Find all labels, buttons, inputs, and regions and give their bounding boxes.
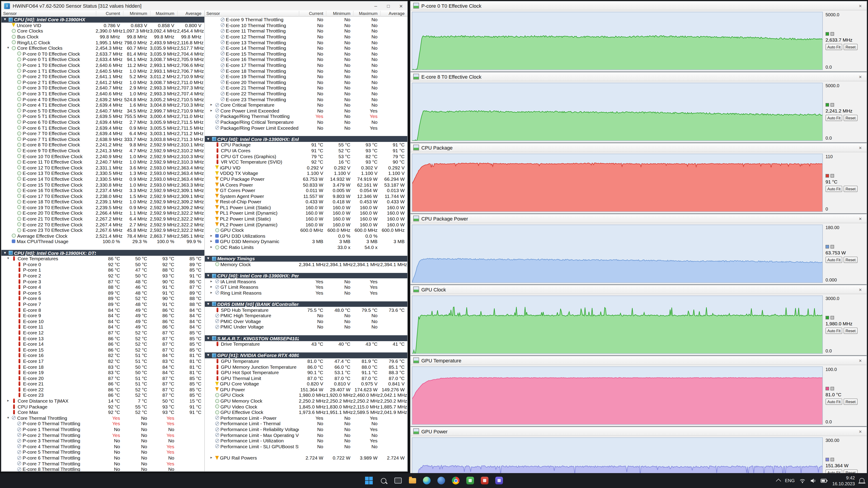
auto-fit-button[interactable]: Auto Fit (826, 43, 842, 50)
sensor-row[interactable]: E-core 21 T0 Effective Clock 2,267.2 MHz… (1, 216, 204, 222)
sensor-row[interactable]: E-core 8 84 °C 49 °C 86 °C 84 °C (1, 307, 204, 313)
expander-icon[interactable]: ▾ (206, 354, 211, 357)
sensor-row[interactable]: E-core 14 Thermal Throttling No No No (205, 45, 407, 51)
sensor-row[interactable]: Package/Ring Critical Temperature No No … (205, 119, 407, 125)
sensor-row[interactable]: E-core 21 Thermal Throttling No No No (205, 85, 407, 91)
sensor-row[interactable]: E-core 9 T0 Effective Clock 2,241.3 MHz … (1, 148, 204, 153)
sensor-row[interactable]: Performance Limit - SLI GPUBoost Sync No… (205, 444, 407, 449)
auto-fit-button[interactable]: Auto Fit (826, 186, 842, 192)
close-button[interactable] (395, 1, 407, 10)
sensor-row[interactable]: P-core 4 88 °C 46 °C 91 °C 87 °C (1, 284, 204, 290)
graph-panel-titlebar[interactable]: CPU Package (410, 143, 867, 152)
auto-fit-button[interactable]: Auto Fit (826, 115, 842, 121)
minimize-button[interactable] (369, 1, 382, 10)
sensor-row[interactable]: ▸ GT Limit Reasons Yes No Yes (205, 284, 407, 290)
sensor-row[interactable]: E-core 15 T0 Effective Clock 2,330.8 MHz… (1, 182, 204, 187)
sensor-row[interactable]: Average Effective Clock 2,521.4 MHz 78.4… (1, 233, 204, 238)
sensor-row[interactable]: PL2 Power Limit (Static) 160.0 W 160.0 W… (205, 216, 407, 222)
sensor-row[interactable]: Performance Limit - Max Operating Voltag… (205, 432, 407, 438)
sensor-row[interactable]: PMIC Over Voltage No No No (205, 318, 407, 324)
chrome-icon[interactable] (451, 475, 461, 486)
sensor-row[interactable]: System Agent Power 11.557 W 9.803 W 12.3… (205, 193, 407, 199)
sensor-row[interactable]: E-core 18 83 °C 50 °C 84 °C 81 °C (1, 364, 204, 369)
sensor-row[interactable]: ▾ Core Temperatures 86 °C 50 °C 93 °C 85… (1, 256, 204, 261)
close-icon[interactable] (857, 287, 864, 292)
sensor-row[interactable]: E-core 13 Thermal Throttling No No No (205, 39, 407, 45)
sensor-row[interactable]: GT Cores Power 0.011 W 0.005 W 0.054 W 0… (205, 188, 407, 193)
sensor-row[interactable]: GPU Thermal Limit 87.0 °C 87.0 °C 87.0 °… (205, 375, 407, 381)
sensor-row[interactable]: ▸ IA Limit Reasons Yes No Yes (205, 279, 407, 284)
sensor-row[interactable]: P-core 7 T1 Effective Clock 2,638.9 MHz … (1, 136, 204, 142)
sensor-row[interactable]: E-core 14 86 °C 52 °C 87 °C 85 °C (1, 341, 204, 347)
sensor-row[interactable]: E-core 9 84 °C 49 °C 86 °C 84 °C (1, 313, 204, 318)
sensor-row[interactable]: E-core 10 Thermal Throttling No No No (205, 22, 407, 28)
sensor-row[interactable]: Max CPU/Thread Usage 100.0 % 29.3 % 100.… (1, 238, 204, 244)
sensor-row[interactable] (1, 245, 204, 250)
expander-icon[interactable]: ▸ (209, 246, 214, 249)
sensor-row[interactable]: P-core 0 Thermal Throttling Yes No Yes (1, 421, 204, 426)
sensor-row[interactable]: Core Clocks 2,390.0 MHz 1,097.3 MHz 3,09… (1, 28, 204, 34)
graph-panel-titlebar[interactable]: GPU Clock (410, 285, 867, 294)
sensor-row[interactable]: ▾ CPU [#0]: Intel Core i9-13900HX: Perfo… (205, 273, 407, 278)
auto-fit-button[interactable]: Auto Fit (826, 469, 842, 473)
sensor-row[interactable]: E-core 8 Thermal Throttling No No No (1, 466, 204, 471)
sensor-row[interactable]: PMIC High Temperature No No No (205, 313, 407, 318)
edge-icon[interactable] (422, 475, 432, 486)
reset-button[interactable]: Reset (844, 115, 857, 121)
expander-icon[interactable]: ▸ (209, 109, 214, 112)
sensor-row[interactable]: ▸ OC Ratio Limits 33.0 x 54.0 x (205, 245, 407, 250)
close-icon[interactable] (857, 145, 864, 150)
sensor-row[interactable]: P-core 1 Thermal Throttling No No No (1, 427, 204, 432)
sensor-row[interactable]: GPU Video Clock 1,845.0 MHz 1,830.0 MHz … (205, 404, 407, 410)
sensor-row[interactable]: E-core 18 Thermal Throttling No No No (205, 68, 407, 74)
sensor-row[interactable]: PMIC Under Voltage No No No (205, 324, 407, 330)
taskbar-clock[interactable]: 9:42 16.10.2023 (832, 475, 855, 486)
sensor-row[interactable]: GPU Temperature 81.0 °C 47.4 °C 81.9 °C … (205, 358, 407, 364)
sensor-row[interactable]: P-core 2 T0 Effective Clock 2,641.1 MHz … (1, 74, 204, 79)
sensor-row[interactable]: P-core 5 89 °C 48 °C 91 °C 89 °C (1, 290, 204, 295)
sensor-row[interactable]: E-core 16 T0 Effective Clock 2,237.4 MHz… (1, 188, 204, 193)
sensor-row[interactable]: SPD Hub Temperature 75.5 °C 48.0 °C 79.5… (205, 307, 407, 313)
sensor-row[interactable]: P-core 5 Thermal Throttling No No Yes (1, 449, 204, 455)
graph-panel-titlebar[interactable]: CPU Package Power (410, 214, 867, 223)
expander-icon[interactable]: ▸ (209, 103, 214, 107)
auto-fit-button[interactable]: Auto Fit (826, 327, 842, 334)
sensor-row[interactable]: Package/Ring Power Limit Exceeded No No … (205, 125, 407, 131)
sensor-row[interactable]: ▸ Core Distance to TjMAX 14 °C 7 °C 50 °… (1, 398, 204, 404)
sensor-row[interactable] (205, 347, 407, 352)
volume-icon[interactable] (810, 478, 816, 483)
sensor-row[interactable]: E-core 13 T0 Effective Clock 2,330.5 MHz… (1, 170, 204, 176)
sensor-row[interactable] (205, 131, 407, 136)
sensor-row[interactable]: E-core 23 86 °C 52 °C 87 °C 85 °C (1, 392, 204, 398)
expander-icon[interactable]: ▾ (3, 18, 7, 22)
sensor-row[interactable]: E-core 11 Thermal Throttling No No No (205, 28, 407, 34)
expander-icon[interactable]: ▾ (6, 46, 10, 50)
sensor-row[interactable] (205, 330, 407, 335)
sensor-row[interactable]: Uncore VID 0.786 V 0.683 V 0.858 V 0.800… (1, 22, 204, 28)
sensor-row[interactable]: CPU GT Cores (Graphics) 79 °C 53 °C 82 °… (205, 153, 407, 159)
tray-overflow-chevron-icon[interactable] (776, 479, 781, 484)
sensor-row[interactable]: P-core 4 Thermal Throttling No No Yes (1, 444, 204, 449)
language-indicator[interactable]: ENG (785, 478, 795, 483)
sensor-row[interactable]: P-core 2 Thermal Throttling Yes No Yes (1, 432, 204, 438)
sensor-row[interactable]: PL2 Power Limit (Dynamic) 160.0 W 160.0 … (205, 222, 407, 227)
expander-icon[interactable]: ▾ (206, 257, 211, 260)
sensor-row[interactable]: E-core 23 T0 Effective Clock 2,267.6 MHz… (1, 227, 204, 233)
sensor-row[interactable]: P-core 6 T0 Effective Clock 2,639.4 MHz … (1, 119, 204, 125)
reset-button[interactable]: Reset (844, 186, 857, 192)
sensor-row[interactable]: P-core 0 92 °C 50 °C 92 °C 89 °C (1, 261, 204, 267)
sensor-row[interactable]: PL1 Power Limit (Dynamic) 160.0 W 160.0 … (205, 210, 407, 216)
sensor-row[interactable]: Ring/LLC Clock 1,995.1 MHz 798.0 MHz 2,4… (1, 39, 204, 45)
graph-panel-titlebar[interactable]: GPU Power (410, 427, 867, 436)
expander-icon[interactable]: ▾ (206, 302, 211, 306)
sensor-row[interactable]: CPU Package Power 63.753 W 14.932 W 74.9… (205, 176, 407, 182)
sensor-row[interactable]: ▸ Ring Limit Reasons Yes No Yes (205, 290, 407, 295)
sensor-row[interactable]: E-core 8 T0 Effective Clock 2,241.2 MHz … (1, 142, 204, 148)
close-icon[interactable] (857, 429, 864, 434)
sensor-row[interactable]: P-core 6 89 °C 52 °C 90 °C 88 °C (1, 295, 204, 301)
auto-fit-button[interactable]: Auto Fit (826, 398, 842, 404)
sensor-row[interactable]: ▾ GPU [#1]: NVIDIA GeForce RTX 4080 Lapt… (205, 352, 407, 358)
sensor-row[interactable]: PL1 Power Limit (Static) 160.0 W 160.0 W… (205, 204, 407, 210)
sensor-row[interactable]: P-core 1 T0 Effective Clock 2,640.6 MHz … (1, 62, 204, 68)
sensor-row[interactable]: P-core 0 T1 Effective Clock 2,633.4 MHz … (1, 57, 204, 62)
